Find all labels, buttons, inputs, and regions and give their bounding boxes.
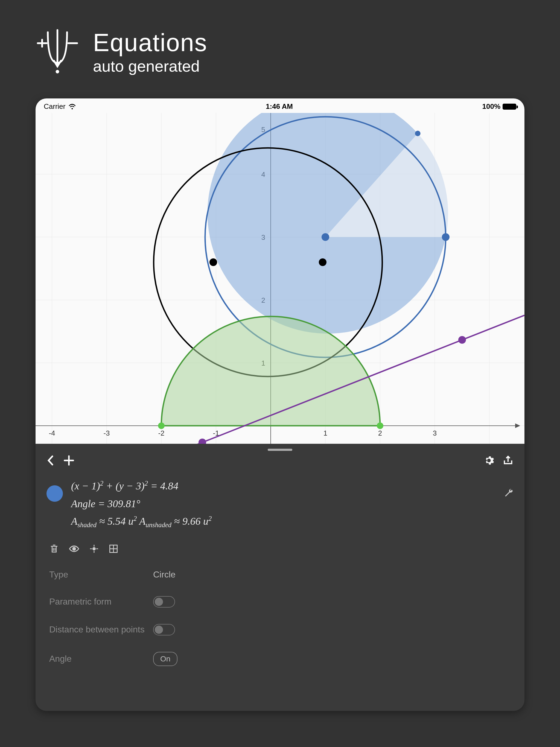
settings-button[interactable] [483, 455, 494, 466]
graph-svg: -4 -3 -2 -1 1 2 3 1 2 3 4 5 [35, 113, 525, 444]
header-title: Equations [93, 29, 207, 57]
svg-point-34 [322, 233, 329, 241]
eye-icon [69, 544, 80, 554]
graph-canvas[interactable]: -4 -3 -2 -1 1 2 3 1 2 3 4 5 [35, 113, 525, 444]
equation-text: (x − 1)2 + (y − 3)2 = 4.84 Angle = 309.8… [71, 477, 495, 531]
panel-drag-handle[interactable] [268, 449, 292, 451]
logo-icon [35, 27, 79, 77]
share-button[interactable] [503, 455, 513, 466]
visibility-button[interactable] [69, 544, 80, 554]
distance-toggle[interactable] [153, 624, 175, 636]
battery-percent: 100% [482, 102, 501, 111]
status-bar: Carrier 1:46 AM 100% [35, 98, 525, 113]
device-frame: Carrier 1:46 AM 100% [35, 98, 525, 711]
svg-point-43 [199, 439, 206, 444]
svg-marker-19 [515, 424, 519, 428]
angle-setting-value[interactable]: On [153, 652, 177, 666]
equation-area: Ashaded ≈ 5.54 u2 Aunshaded ≈ 9.66 u2 [71, 512, 495, 531]
status-left: Carrier [44, 102, 76, 111]
chevron-left-icon [47, 455, 55, 466]
svg-point-35 [442, 233, 450, 241]
angle-setting-label: Angle [49, 654, 153, 664]
trash-icon [49, 544, 59, 554]
parametric-label: Parametric form [49, 597, 153, 607]
back-button[interactable] [47, 455, 55, 466]
distance-label: Distance between points [49, 624, 153, 635]
object-color-indicator[interactable] [47, 485, 63, 502]
svg-text:1: 1 [324, 429, 327, 437]
wrench-icon [504, 488, 513, 498]
equation-angle: Angle = 309.81° [71, 495, 495, 513]
equation-formula: (x − 1)2 + (y − 3)2 = 4.84 [71, 477, 495, 495]
bottom-panel: (x − 1)2 + (y − 3)2 = 4.84 Angle = 309.8… [35, 444, 525, 711]
edit-equation-button[interactable] [504, 488, 513, 498]
focus-button[interactable] [89, 544, 99, 554]
add-button[interactable] [63, 455, 74, 466]
svg-point-41 [377, 422, 383, 429]
green-arc[interactable] [158, 316, 383, 429]
header-subtitle: auto generated [93, 57, 207, 75]
panel-toolbar [35, 444, 525, 472]
gear-icon [483, 455, 494, 466]
parametric-toggle[interactable] [153, 596, 175, 608]
svg-text:3: 3 [433, 429, 437, 437]
svg-point-38 [209, 258, 217, 266]
svg-point-4 [57, 71, 58, 73]
svg-text:-4: -4 [49, 429, 55, 437]
svg-point-44 [458, 336, 466, 344]
equation-row[interactable]: (x − 1)2 + (y − 3)2 = 4.84 Angle = 309.8… [35, 472, 525, 536]
svg-text:-3: -3 [103, 429, 110, 437]
svg-point-47 [73, 547, 75, 550]
setting-type-row: Type Circle [35, 561, 525, 588]
setting-parametric-row: Parametric form [35, 588, 525, 616]
header-text: Equations auto generated [93, 29, 207, 75]
target-icon [89, 544, 99, 554]
grid-button[interactable] [108, 544, 119, 554]
setting-distance-row: Distance between points [35, 616, 525, 644]
status-time: 1:46 AM [266, 102, 293, 111]
grid-icon [108, 544, 119, 554]
setting-angle-row: Angle On [35, 644, 525, 674]
svg-point-36 [415, 131, 421, 136]
wifi-icon [68, 103, 76, 111]
share-icon [503, 455, 513, 466]
app-header: Equations auto generated [0, 0, 560, 93]
svg-text:-2: -2 [158, 429, 164, 437]
action-icon-row [35, 536, 525, 561]
plus-icon [63, 455, 74, 466]
type-value[interactable]: Circle [153, 570, 176, 579]
delete-button[interactable] [49, 544, 59, 554]
battery-icon [503, 104, 516, 110]
svg-point-39 [319, 258, 327, 266]
type-label: Type [49, 570, 153, 579]
svg-text:2: 2 [378, 429, 382, 437]
svg-point-48 [93, 547, 96, 550]
svg-point-40 [158, 422, 164, 429]
carrier-label: Carrier [44, 102, 65, 111]
